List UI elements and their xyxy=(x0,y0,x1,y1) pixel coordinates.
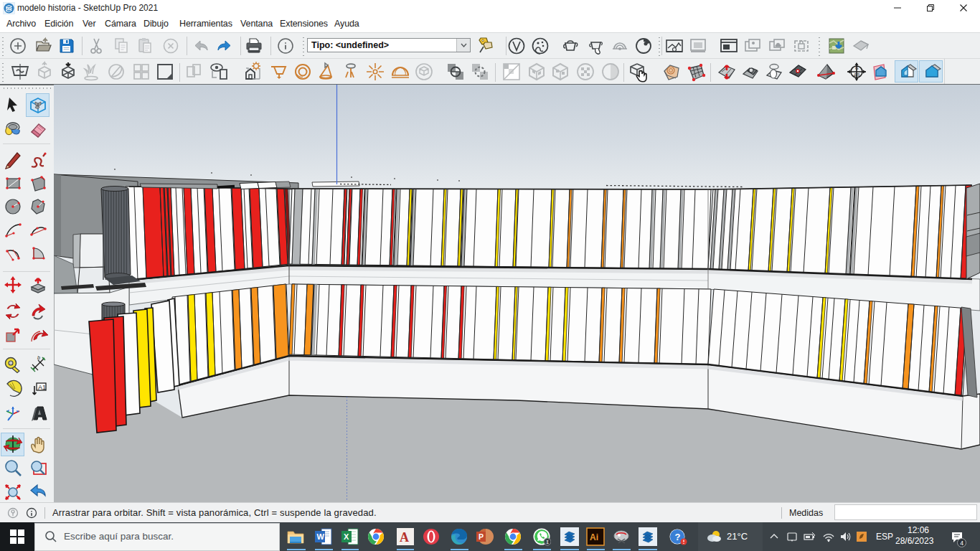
svg-text:P: P xyxy=(479,532,484,541)
svg-text:ΔR: ΔR xyxy=(854,72,860,77)
svg-text:A: A xyxy=(400,530,409,545)
svg-text:Ai: Ai xyxy=(590,532,598,542)
svg-text:G: G xyxy=(855,66,859,70)
svg-text:X: X xyxy=(344,532,349,541)
svg-text:A1: A1 xyxy=(38,384,46,391)
svg-text:b: b xyxy=(37,355,40,360)
svg-text:1: 1 xyxy=(546,539,549,545)
svg-text:W: W xyxy=(317,532,325,541)
svg-text:?: ? xyxy=(675,532,681,542)
